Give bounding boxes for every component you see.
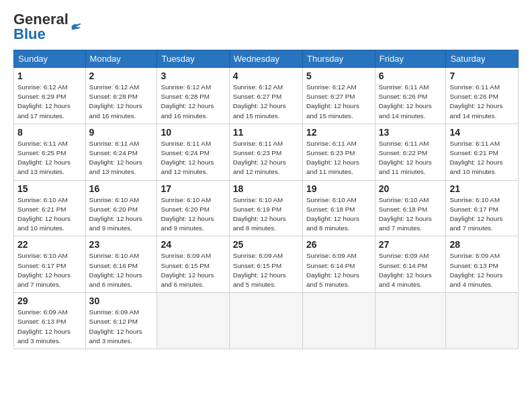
day-number: 12 xyxy=(306,127,371,138)
calendar-cell xyxy=(157,293,229,349)
day-number: 29 xyxy=(17,295,82,306)
cell-info: Sunrise: 6:12 AM Sunset: 6:28 PM Dayligh… xyxy=(161,83,225,121)
day-number: 8 xyxy=(17,127,82,138)
day-number: 18 xyxy=(233,183,299,194)
calendar-cell: 6Sunrise: 6:11 AM Sunset: 6:26 PM Daylig… xyxy=(375,68,446,124)
calendar-cell: 4Sunrise: 6:12 AM Sunset: 6:27 PM Daylig… xyxy=(229,68,302,124)
cell-info: Sunrise: 6:11 AM Sunset: 6:24 PM Dayligh… xyxy=(89,139,154,177)
calendar-cell: 16Sunrise: 6:10 AM Sunset: 6:20 PM Dayli… xyxy=(85,180,157,236)
calendar-week-5: 29Sunrise: 6:09 AM Sunset: 6:13 PM Dayli… xyxy=(14,293,519,349)
logo-bird-icon xyxy=(70,22,82,32)
day-number: 4 xyxy=(233,71,299,81)
day-number: 17 xyxy=(161,183,225,194)
cell-info: Sunrise: 6:09 AM Sunset: 6:14 PM Dayligh… xyxy=(306,251,371,289)
calendar-cell: 11Sunrise: 6:11 AM Sunset: 6:23 PM Dayli… xyxy=(229,124,302,180)
cell-info: Sunrise: 6:11 AM Sunset: 6:26 PM Dayligh… xyxy=(379,83,443,121)
cell-info: Sunrise: 6:10 AM Sunset: 6:18 PM Dayligh… xyxy=(379,195,443,234)
cell-info: Sunrise: 6:11 AM Sunset: 6:21 PM Dayligh… xyxy=(449,139,515,177)
logo-text: General Blue xyxy=(13,12,69,42)
cell-info: Sunrise: 6:11 AM Sunset: 6:22 PM Dayligh… xyxy=(379,139,443,177)
calendar-cell: 14Sunrise: 6:11 AM Sunset: 6:21 PM Dayli… xyxy=(446,124,519,180)
calendar-cell: 15Sunrise: 6:10 AM Sunset: 6:21 PM Dayli… xyxy=(14,180,86,236)
day-number: 7 xyxy=(449,71,515,81)
calendar-table: SundayMondayTuesdayWednesdayThursdayFrid… xyxy=(13,50,519,349)
cell-info: Sunrise: 6:09 AM Sunset: 6:14 PM Dayligh… xyxy=(379,251,443,289)
calendar-cell: 3Sunrise: 6:12 AM Sunset: 6:28 PM Daylig… xyxy=(157,68,229,124)
day-number: 21 xyxy=(449,183,515,194)
day-number: 13 xyxy=(379,127,443,138)
day-number: 14 xyxy=(449,127,515,138)
day-number: 23 xyxy=(89,239,154,250)
calendar-cell: 27Sunrise: 6:09 AM Sunset: 6:14 PM Dayli… xyxy=(375,236,446,293)
cell-info: Sunrise: 6:12 AM Sunset: 6:27 PM Dayligh… xyxy=(233,83,299,121)
cell-info: Sunrise: 6:09 AM Sunset: 6:13 PM Dayligh… xyxy=(17,308,82,346)
cell-info: Sunrise: 6:11 AM Sunset: 6:25 PM Dayligh… xyxy=(17,139,82,177)
calendar-cell: 20Sunrise: 6:10 AM Sunset: 6:18 PM Dayli… xyxy=(375,180,446,236)
calendar-cell: 22Sunrise: 6:10 AM Sunset: 6:17 PM Dayli… xyxy=(14,236,86,293)
day-number: 1 xyxy=(17,71,82,81)
calendar-header-thursday: Thursday xyxy=(303,50,375,68)
calendar-cell: 21Sunrise: 6:10 AM Sunset: 6:17 PM Dayli… xyxy=(446,180,519,236)
cell-info: Sunrise: 6:09 AM Sunset: 6:13 PM Dayligh… xyxy=(449,251,515,289)
cell-info: Sunrise: 6:11 AM Sunset: 6:24 PM Dayligh… xyxy=(161,139,225,177)
cell-info: Sunrise: 6:12 AM Sunset: 6:29 PM Dayligh… xyxy=(17,83,82,121)
calendar-cell: 7Sunrise: 6:11 AM Sunset: 6:26 PM Daylig… xyxy=(446,68,519,124)
calendar-cell xyxy=(303,293,375,349)
cell-info: Sunrise: 6:10 AM Sunset: 6:19 PM Dayligh… xyxy=(233,195,299,234)
day-number: 20 xyxy=(379,183,443,194)
day-number: 9 xyxy=(89,127,154,138)
calendar-cell: 1Sunrise: 6:12 AM Sunset: 6:29 PM Daylig… xyxy=(14,68,86,124)
day-number: 11 xyxy=(233,127,299,138)
calendar-week-1: 1Sunrise: 6:12 AM Sunset: 6:29 PM Daylig… xyxy=(14,68,519,124)
calendar-cell xyxy=(229,293,302,349)
calendar-cell: 9Sunrise: 6:11 AM Sunset: 6:24 PM Daylig… xyxy=(85,124,157,180)
calendar-header-tuesday: Tuesday xyxy=(157,50,229,68)
logo-blue: Blue xyxy=(13,26,46,42)
calendar-cell: 13Sunrise: 6:11 AM Sunset: 6:22 PM Dayli… xyxy=(375,124,446,180)
header: General Blue xyxy=(13,12,519,42)
calendar-cell xyxy=(446,293,519,349)
cell-info: Sunrise: 6:11 AM Sunset: 6:23 PM Dayligh… xyxy=(233,139,299,177)
calendar-header-wednesday: Wednesday xyxy=(229,50,302,68)
day-number: 6 xyxy=(379,71,443,81)
cell-info: Sunrise: 6:10 AM Sunset: 6:17 PM Dayligh… xyxy=(17,251,82,289)
cell-info: Sunrise: 6:10 AM Sunset: 6:17 PM Dayligh… xyxy=(449,195,515,234)
cell-info: Sunrise: 6:12 AM Sunset: 6:27 PM Dayligh… xyxy=(306,83,371,121)
calendar-cell: 10Sunrise: 6:11 AM Sunset: 6:24 PM Dayli… xyxy=(157,124,229,180)
calendar-cell: 18Sunrise: 6:10 AM Sunset: 6:19 PM Dayli… xyxy=(229,180,302,236)
day-number: 15 xyxy=(17,183,82,194)
calendar-cell: 23Sunrise: 6:10 AM Sunset: 6:16 PM Dayli… xyxy=(85,236,157,293)
day-number: 28 xyxy=(449,239,515,250)
day-number: 30 xyxy=(89,295,154,306)
calendar-header-sunday: Sunday xyxy=(14,50,86,68)
cell-info: Sunrise: 6:09 AM Sunset: 6:12 PM Dayligh… xyxy=(89,308,154,346)
calendar-header-monday: Monday xyxy=(85,50,157,68)
day-number: 22 xyxy=(17,239,82,250)
cell-info: Sunrise: 6:12 AM Sunset: 6:28 PM Dayligh… xyxy=(89,83,154,121)
page: General Blue SundayMondayTuesdayWednesda… xyxy=(0,0,532,356)
day-number: 25 xyxy=(233,239,299,250)
calendar-cell: 26Sunrise: 6:09 AM Sunset: 6:14 PM Dayli… xyxy=(303,236,375,293)
day-number: 3 xyxy=(161,71,225,81)
cell-info: Sunrise: 6:10 AM Sunset: 6:18 PM Dayligh… xyxy=(306,195,371,234)
cell-info: Sunrise: 6:10 AM Sunset: 6:20 PM Dayligh… xyxy=(89,195,154,234)
day-number: 16 xyxy=(89,183,154,194)
calendar-header-friday: Friday xyxy=(375,50,446,68)
calendar-cell: 19Sunrise: 6:10 AM Sunset: 6:18 PM Dayli… xyxy=(303,180,375,236)
calendar-cell: 17Sunrise: 6:10 AM Sunset: 6:20 PM Dayli… xyxy=(157,180,229,236)
cell-info: Sunrise: 6:10 AM Sunset: 6:21 PM Dayligh… xyxy=(17,195,82,234)
calendar-week-2: 8Sunrise: 6:11 AM Sunset: 6:25 PM Daylig… xyxy=(14,124,519,180)
day-number: 24 xyxy=(161,239,225,250)
day-number: 26 xyxy=(306,239,371,250)
calendar-cell: 12Sunrise: 6:11 AM Sunset: 6:23 PM Dayli… xyxy=(303,124,375,180)
day-number: 5 xyxy=(306,71,371,81)
cell-info: Sunrise: 6:11 AM Sunset: 6:23 PM Dayligh… xyxy=(306,139,371,177)
calendar-cell: 2Sunrise: 6:12 AM Sunset: 6:28 PM Daylig… xyxy=(85,68,157,124)
day-number: 27 xyxy=(379,239,443,250)
logo: General Blue xyxy=(13,12,82,42)
day-number: 19 xyxy=(306,183,371,194)
calendar-header-row: SundayMondayTuesdayWednesdayThursdayFrid… xyxy=(14,50,519,68)
cell-info: Sunrise: 6:11 AM Sunset: 6:26 PM Dayligh… xyxy=(449,83,515,121)
calendar-cell: 30Sunrise: 6:09 AM Sunset: 6:12 PM Dayli… xyxy=(85,293,157,349)
calendar-cell: 5Sunrise: 6:12 AM Sunset: 6:27 PM Daylig… xyxy=(303,68,375,124)
